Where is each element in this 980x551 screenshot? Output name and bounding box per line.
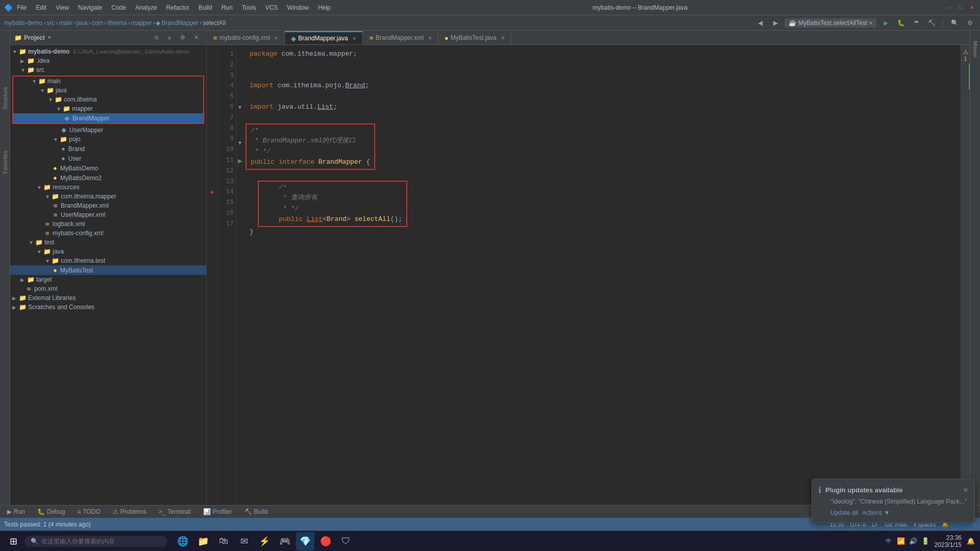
taskbar-app-mail[interactable]: ✉ <box>235 532 253 550</box>
tree-item-com-itheima[interactable]: ▼ 📁 com.itheima <box>13 95 203 104</box>
start-button[interactable]: ⊞ <box>4 532 22 550</box>
volume-icon[interactable]: 🔊 <box>908 536 918 546</box>
breadcrumb-item-selectall[interactable]: selectAll <box>203 19 226 27</box>
bottom-tab-build[interactable]: 🔨 Build <box>241 508 271 515</box>
maven-tab[interactable]: Maven <box>972 41 978 58</box>
menu-edit[interactable]: Edit <box>32 2 51 13</box>
tree-item-target[interactable]: ▶ 📁 target <box>10 275 206 284</box>
taskbar-app-unknown1[interactable]: 🔴 <box>316 532 335 550</box>
menu-analyze[interactable]: Analyze <box>131 2 161 13</box>
tree-item-mapper[interactable]: ▼ 📁 mapper <box>13 104 203 113</box>
tree-item-src[interactable]: ▼ 📁 src <box>10 65 206 74</box>
tab-mybatis-config[interactable]: ≋ mybatis-config.xml ✕ <box>207 31 285 44</box>
tree-item-user[interactable]: ● User <box>10 154 206 163</box>
breadcrumb-item-mapper[interactable]: mapper <box>131 19 152 27</box>
tree-item-test-java[interactable]: ▼ 📁 java <box>10 247 206 256</box>
input-method-icon[interactable]: 中 <box>884 536 894 546</box>
tree-item-main[interactable]: ▼ 📁 main <box>13 77 203 86</box>
build-button[interactable]: 🔨 <box>925 17 938 29</box>
tree-item-logback-xml[interactable]: ≋ logback.xml <box>10 219 206 229</box>
tree-item-brand[interactable]: ● Brand <box>10 144 206 154</box>
tree-item-pojo[interactable]: ▼ 📁 pojo <box>10 135 206 144</box>
tree-item-test[interactable]: ▼ 📁 test <box>10 238 206 247</box>
tree-item-brandmapper[interactable]: ◆ BrandMapper <box>13 113 203 123</box>
run-config[interactable]: ☕ MyBatisTest.selectAllTest ▾ <box>785 18 876 28</box>
menu-navigate[interactable]: Navigate <box>74 2 106 13</box>
taskbar-search-input[interactable] <box>41 538 143 545</box>
fold-marker[interactable]: ▼ <box>236 139 243 148</box>
project-dropdown-icon[interactable]: ▾ <box>48 34 51 41</box>
tab-close-button[interactable]: ✕ <box>352 36 356 41</box>
menu-help[interactable]: Help <box>314 2 335 13</box>
tree-item-com-itheima-test[interactable]: ▼ 📁 com.itheima.test <box>10 256 206 265</box>
taskbar-search[interactable]: 🔍 <box>24 536 167 547</box>
tree-item-mybatisdemo[interactable]: ● MyBatisDemo <box>10 163 206 173</box>
tree-item-brandmapper-xml[interactable]: ≋ BrandMapper.xml <box>10 201 206 210</box>
taskbar-app-store[interactable]: 🛍 <box>214 532 233 550</box>
locate-file-button[interactable]: ⊙ <box>150 32 162 44</box>
bottom-tab-run[interactable]: ▶ Run <box>4 508 28 515</box>
menu-vcs[interactable]: VCS <box>261 2 282 13</box>
close-button[interactable]: ✕ <box>968 4 976 12</box>
tree-item-scratches[interactable]: ▶ 📁 Scratches and Consoles <box>10 303 206 312</box>
taskbar-app-explorer[interactable]: 📁 <box>194 532 212 550</box>
tab-mybatistest-java[interactable]: ● MyBatisTest.java ✕ <box>438 31 511 44</box>
back-button[interactable]: ◀ <box>754 17 766 29</box>
breadcrumb-item-src[interactable]: src <box>46 19 55 27</box>
structure-tab[interactable]: Structure <box>1 82 9 115</box>
notification-bell[interactable]: 🔔 <box>966 536 976 546</box>
taskbar-clock[interactable]: 23:36 2023/1/15 <box>935 534 962 548</box>
taskbar-app-security[interactable]: 🛡 <box>337 532 355 550</box>
tab-brandmapper-java[interactable]: ◆ BrandMapper.java ✕ <box>285 31 362 44</box>
breadcrumb-item-main[interactable]: main <box>59 19 72 27</box>
menu-window[interactable]: Window <box>283 2 313 13</box>
tree-item-external-libraries[interactable]: ▶ 📁 External Libraries <box>10 293 206 303</box>
coverage-button[interactable]: ☂ <box>910 17 922 29</box>
breadcrumb-item-project[interactable]: mybatis-demo <box>4 19 42 27</box>
search-button[interactable]: 🔍 <box>948 17 961 29</box>
taskbar-app-game[interactable]: 🎮 <box>276 532 294 550</box>
project-settings-button[interactable]: ⚙ <box>177 32 189 44</box>
favorites-tab[interactable]: Favorites <box>1 145 9 179</box>
tree-item-com-itheima-mapper[interactable]: ▼ 📁 com.itheima.mapper <box>10 192 206 201</box>
actions-button[interactable]: Actions ▼ <box>862 509 890 516</box>
tab-close-button[interactable]: ✕ <box>428 35 432 41</box>
debug-button[interactable]: 🐛 <box>895 17 907 29</box>
tree-item-pom[interactable]: ≋ pom.xml <box>10 284 206 293</box>
taskbar-app-edge[interactable]: 🌐 <box>174 532 192 550</box>
menu-file[interactable]: File <box>13 2 31 13</box>
breadcrumb-item-brandmapper[interactable]: ◆ BrandMapper <box>156 19 199 27</box>
project-close-button[interactable]: ✕ <box>190 32 202 44</box>
tree-item-mybatis-config-xml[interactable]: ≋ mybatis-config.xml <box>10 229 206 238</box>
fold-marker[interactable]: ▼ <box>236 103 243 112</box>
breadcrumb-item-com[interactable]: com <box>91 19 103 27</box>
tree-item-resources[interactable]: ▼ 📁 resources <box>10 183 206 192</box>
menu-build[interactable]: Build <box>194 2 216 13</box>
tree-item-usermapper-xml[interactable]: ≋ UserMapper.xml <box>10 210 206 219</box>
menu-refactor[interactable]: Refactor <box>162 2 193 13</box>
tree-item-idea[interactable]: ▶ 📁 .idea <box>10 56 206 65</box>
collapse-all-button[interactable]: ≡ <box>163 32 176 44</box>
taskbar-app-idea[interactable]: 💎 <box>296 532 314 550</box>
tab-close-button[interactable]: ✕ <box>274 35 278 41</box>
run-button[interactable]: ▶ <box>879 17 892 29</box>
tree-item-mybatisdemo2[interactable]: ● MyBatisDemo2 <box>10 173 206 183</box>
tree-item-java[interactable]: ▼ 📁 java <box>13 86 203 95</box>
notification-close-button[interactable]: ✕ <box>963 487 968 494</box>
tab-brandmapper-xml[interactable]: ≋ BrandMapper.xml ✕ <box>363 31 438 44</box>
menu-tools[interactable]: Tools <box>238 2 260 13</box>
forward-button[interactable]: ▶ <box>769 17 781 29</box>
tab-close-button[interactable]: ✕ <box>501 35 505 41</box>
maximize-button[interactable]: □ <box>957 4 965 12</box>
minimize-button[interactable]: – <box>945 4 953 12</box>
tree-item-usermapper[interactable]: ◆ UserMapper <box>10 125 206 135</box>
taskbar-app-power[interactable]: ⚡ <box>255 532 274 550</box>
bottom-tab-terminal[interactable]: >_ Terminal <box>156 508 194 515</box>
settings-button[interactable]: ⚙ <box>964 17 976 29</box>
code-content[interactable]: package com.itheima.mapper; import com.i… <box>243 45 961 505</box>
bottom-tab-profiler[interactable]: 📊 Profiler <box>200 508 235 515</box>
battery-icon[interactable]: 🔋 <box>920 536 930 546</box>
update-all-button[interactable]: Update all <box>830 509 858 516</box>
breadcrumb-item-java[interactable]: java <box>76 19 87 27</box>
bottom-tab-debug[interactable]: 🐛 Debug <box>34 508 68 515</box>
